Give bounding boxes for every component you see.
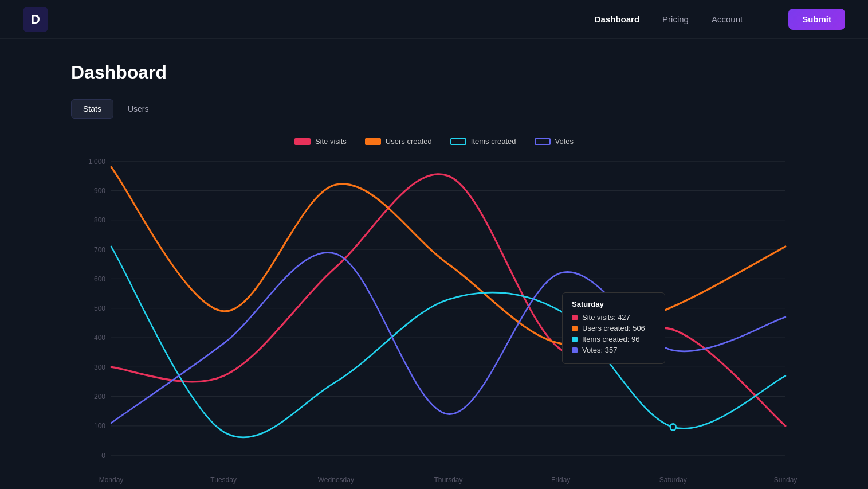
tab-stats[interactable]: Stats: [71, 99, 113, 119]
svg-text:Monday: Monday: [99, 475, 124, 484]
svg-text:Saturday: Saturday: [659, 475, 688, 484]
main-content: Dashboard Stats Users Site visits Users …: [0, 39, 868, 489]
logo: D: [23, 7, 48, 32]
page-title: Dashboard: [71, 62, 797, 83]
svg-text:0: 0: [101, 451, 105, 460]
nav-links: Dashboard Pricing Account Submit: [595, 9, 845, 30]
svg-text:500: 500: [94, 304, 105, 313]
svg-text:900: 900: [94, 186, 105, 195]
svg-text:400: 400: [94, 333, 105, 342]
legend-site-visits: Site visits: [294, 137, 347, 146]
nav-dashboard[interactable]: Dashboard: [595, 14, 639, 24]
svg-text:Sunday: Sunday: [774, 475, 797, 484]
svg-text:600: 600: [94, 274, 105, 283]
tabs-container: Stats Users: [71, 99, 797, 119]
svg-text:Friday: Friday: [551, 475, 571, 484]
svg-text:100: 100: [94, 421, 105, 431]
tab-users[interactable]: Users: [116, 99, 161, 119]
navbar: D Dashboard Pricing Account Submit: [0, 0, 868, 39]
svg-text:300: 300: [94, 362, 105, 371]
svg-text:Thursday: Thursday: [434, 475, 464, 484]
chart-container: 01002003004005006007008009001,000MondayT…: [71, 155, 797, 487]
svg-text:800: 800: [94, 216, 105, 225]
svg-text:Tuesday: Tuesday: [210, 475, 237, 484]
legend-votes: Votes: [535, 137, 574, 146]
nav-pricing[interactable]: Pricing: [662, 14, 689, 24]
svg-text:1,000: 1,000: [88, 157, 105, 166]
legend-items-created: Items created: [450, 137, 516, 146]
chart-legend: Site visits Users created Items created …: [71, 137, 797, 146]
svg-text:Wednesday: Wednesday: [318, 475, 355, 484]
svg-text:200: 200: [94, 392, 105, 401]
nav-account[interactable]: Account: [712, 14, 743, 24]
svg-text:700: 700: [94, 245, 105, 254]
legend-users-created: Users created: [365, 137, 432, 146]
line-chart: 01002003004005006007008009001,000MondayT…: [71, 155, 797, 487]
svg-point-29: [670, 424, 676, 430]
submit-button[interactable]: Submit: [788, 9, 845, 30]
